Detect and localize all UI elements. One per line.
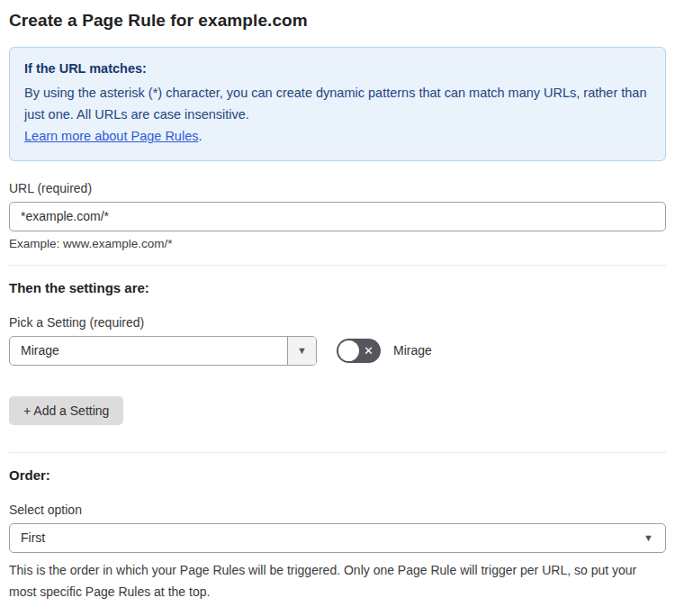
url-helper-text: Example: www.example.com/* xyxy=(9,237,666,250)
pick-setting-label: Pick a Setting (required) xyxy=(9,315,666,330)
link-suffix: . xyxy=(198,129,202,143)
url-field-label: URL (required) xyxy=(9,181,666,195)
toggle-off-x-icon: ✕ xyxy=(364,345,374,357)
toggle-label: Mirage xyxy=(393,343,432,358)
order-helper-text: This is the order in which your Page Rul… xyxy=(9,560,657,603)
mirage-toggle-group: ✕ Mirage xyxy=(337,339,432,363)
url-input[interactable] xyxy=(9,202,666,231)
setting-select[interactable]: Mirage ▼ xyxy=(9,336,317,366)
divider xyxy=(9,265,666,266)
info-box-heading: If the URL matches: xyxy=(24,59,651,79)
divider xyxy=(9,452,666,453)
toggle-knob xyxy=(338,340,359,361)
settings-section-heading: Then the settings are: xyxy=(9,280,666,295)
order-select-value: First xyxy=(21,530,45,545)
page-title: Create a Page Rule for example.com xyxy=(9,11,666,31)
chevron-down-icon: ▼ xyxy=(297,345,307,356)
info-box-body: By using the asterisk (*) character, you… xyxy=(24,83,651,126)
url-match-info-box: If the URL matches: By using the asteris… xyxy=(9,47,666,161)
setting-select-caret-button[interactable]: ▼ xyxy=(287,337,316,365)
page-rule-form: Create a Page Rule for example.com If th… xyxy=(0,0,675,616)
order-select-label: Select option xyxy=(9,503,666,517)
setting-row: Mirage ▼ ✕ Mirage xyxy=(9,336,666,366)
info-link-line: Learn more about Page Rules. xyxy=(24,126,651,148)
setting-select-value: Mirage xyxy=(10,337,287,365)
chevron-down-icon: ▼ xyxy=(644,532,653,543)
mirage-toggle[interactable]: ✕ xyxy=(337,339,381,363)
order-select[interactable]: First ▼ xyxy=(9,523,666,553)
order-section-heading: Order: xyxy=(9,467,666,483)
learn-more-link[interactable]: Learn more about Page Rules xyxy=(24,129,198,143)
add-setting-button[interactable]: + Add a Setting xyxy=(9,396,123,425)
